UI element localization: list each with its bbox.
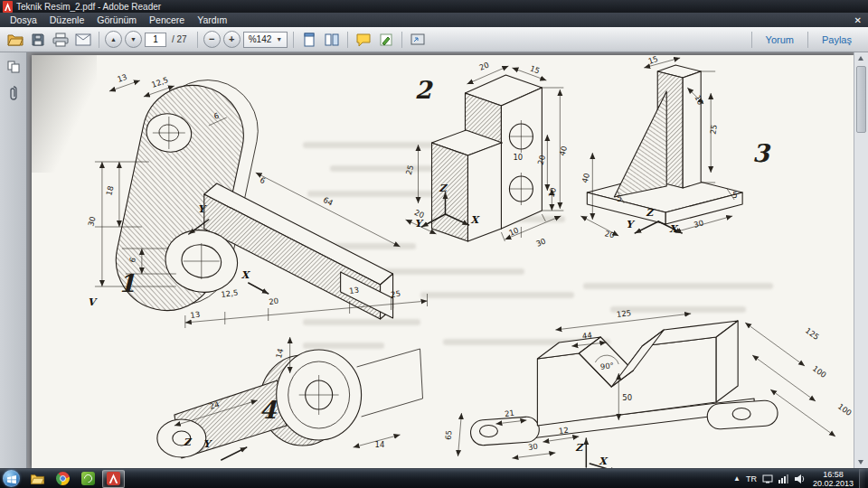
adobe-reader-taskbar-button[interactable] [102,470,125,488]
tray-date: 20.02.2013 [813,479,854,488]
svg-text:13: 13 [116,72,127,84]
svg-text:90°: 90° [599,361,614,371]
close-button[interactable]: ✕ [854,15,862,25]
svg-text:125: 125 [616,308,631,319]
print-button[interactable] [51,30,71,50]
svg-text:V: V [88,296,98,308]
page-thumbnails-button[interactable] [5,58,23,76]
technical-drawings: 1312,5618306664YX12,520132513V1 [32,55,854,468]
svg-text:X: X [599,455,609,467]
clock[interactable]: 16:58 20.02.2013 [813,470,854,488]
svg-text:100: 100 [836,402,854,418]
toolbar-separator [99,32,99,48]
green-app-icon [81,472,95,485]
svg-text:12: 12 [558,426,569,436]
sign-tool-button[interactable] [376,30,396,50]
comment-panel-button[interactable]: Yorum [755,34,805,45]
svg-text:X: X [241,269,251,281]
toolbar-separator [807,32,808,48]
svg-text:5: 5 [617,194,621,203]
scroll-up-button[interactable] [854,52,868,64]
adobe-reader-app-icon [3,1,13,13]
green-app-taskbar-button[interactable] [77,470,99,488]
previous-page-button[interactable]: ▲ [105,31,122,48]
svg-text:25: 25 [391,289,401,299]
svg-text:14: 14 [274,347,285,359]
share-panel-button[interactable]: Paylaş [811,34,863,45]
zoom-out-button[interactable]: − [203,31,221,48]
svg-text:13: 13 [190,310,201,320]
svg-text:X: X [669,223,679,235]
scroll-down-button[interactable] [854,456,868,468]
svg-text:3: 3 [752,139,771,167]
comment-tool-button[interactable] [354,30,373,50]
svg-text:15: 15 [529,63,542,75]
svg-text:20: 20 [536,154,547,165]
tray-time: 16:58 [813,470,854,479]
chrome-icon [56,472,70,485]
show-desktop-button[interactable] [859,469,865,488]
svg-text:44: 44 [581,331,592,341]
svg-text:2: 2 [415,76,434,104]
menu-item-yardim[interactable]: Yardım [191,14,233,26]
svg-text:25: 25 [404,164,415,175]
email-button[interactable] [73,30,93,50]
menu-item-dosya[interactable]: Dosya [4,14,43,26]
scrolling-view-button[interactable] [322,30,342,50]
svg-text:30: 30 [693,218,704,229]
network-icon[interactable] [778,474,788,483]
svg-text:4: 4 [259,396,278,424]
attachments-button[interactable] [5,84,23,102]
svg-text:30: 30 [527,442,538,452]
toolbar-separator [197,32,198,48]
svg-text:20: 20 [269,296,279,306]
menu-item-gorunum[interactable]: Görünüm [90,14,143,26]
zoom-in-button[interactable]: + [223,31,241,48]
document-area[interactable]: 1312,5618306664YX12,520132513V1 [27,52,868,468]
svg-text:100: 100 [811,364,828,380]
toolbar-right-links: Yorum Paylaş [749,27,863,52]
svg-text:50: 50 [622,393,632,402]
svg-text:21: 21 [504,408,514,418]
next-page-button[interactable]: ▼ [125,31,142,48]
svg-text:40: 40 [580,172,591,183]
tray-expand-icon[interactable]: ▲ [733,474,741,483]
svg-text:13: 13 [349,286,360,296]
page-count-label: / 27 [172,34,187,44]
single-page-view-button[interactable] [299,30,319,50]
chrome-taskbar-button[interactable] [52,470,74,488]
svg-text:Y: Y [415,218,424,230]
svg-text:5: 5 [732,191,737,200]
svg-text:65: 65 [444,430,454,441]
svg-text:10: 10 [507,225,520,237]
title-bar: Teknik Resim_2.pdf - Adobe Reader [0,0,868,13]
chevron-down-icon: ▼ [276,36,282,42]
volume-icon[interactable] [794,474,805,483]
explorer-taskbar-button[interactable] [26,470,49,488]
svg-text:12,5: 12,5 [221,288,239,299]
start-button[interactable] [3,470,20,487]
adobe-reader-window: Teknik Resim_2.pdf - Adobe Reader Dosya … [0,0,868,488]
svg-text:20: 20 [604,229,616,239]
svg-text:Y: Y [626,219,635,230]
svg-text:125: 125 [804,326,821,343]
scrollbar-thumb[interactable] [856,66,866,133]
fullscreen-button[interactable] [408,30,428,50]
vertical-scrollbar[interactable] [854,52,868,468]
language-indicator[interactable]: TR [746,474,757,483]
display-icon[interactable] [762,474,773,483]
svg-text:18: 18 [104,184,115,196]
menu-item-duzenle[interactable]: Düzenle [43,14,91,26]
open-file-button[interactable] [5,30,25,50]
zoom-level-select[interactable]: %142 ▼ [243,32,288,48]
page-number-input[interactable] [145,33,166,47]
menu-item-pencere[interactable]: Pencere [143,14,191,26]
main-area: 1312,5618306664YX12,520132513V1 [0,52,868,468]
menu-bar: Dosya Düzenle Görünüm Pencere Yardım ✕ [0,13,868,27]
svg-text:10: 10 [513,153,523,162]
figure-5: 1254490°5012510010021123065ZX [444,308,854,468]
svg-text:40: 40 [558,145,569,156]
window-title: Teknik Resim_2.pdf - Adobe Reader [16,2,161,12]
save-button[interactable] [28,30,48,50]
svg-text:Z: Z [575,442,584,454]
